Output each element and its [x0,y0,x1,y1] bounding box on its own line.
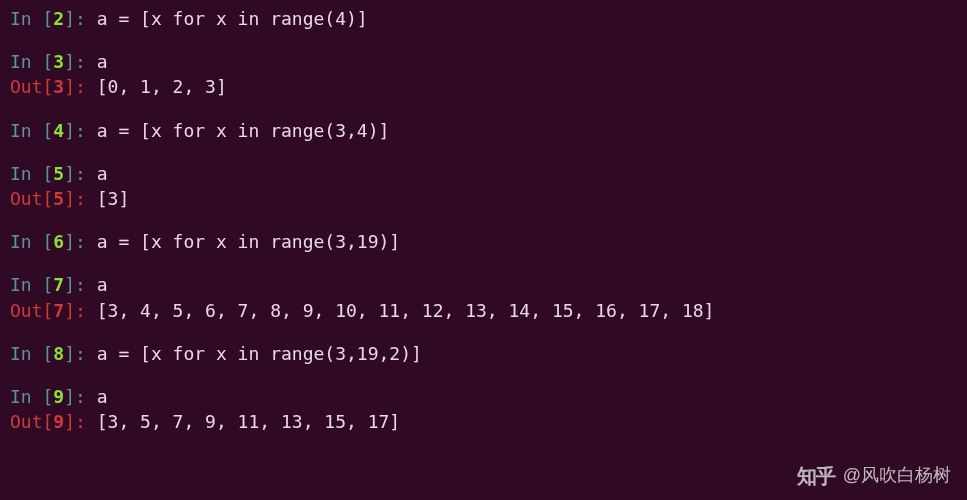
output-value: [3, 4, 5, 6, 7, 8, 9, 10, 11, 12, 13, 14… [97,300,715,321]
in-prompt-bracket: ] [64,8,75,29]
cell-6: In [6]: a = [x for x in range(3,19)] [10,229,957,254]
cell-8: In [8]: a = [x for x in range(3,19,2)] [10,341,957,366]
out-prompt-number: 3 [53,76,64,97]
out-prompt-bracket: ] [64,300,75,321]
input-line: In [6]: a = [x for x in range(3,19)] [10,229,957,254]
in-prompt-bracket: [ [43,163,54,184]
in-prompt-colon: : [75,386,97,407]
output-line: Out[3]: [0, 1, 2, 3] [10,74,957,99]
in-prompt-label: In [10,51,43,72]
out-prompt-bracket: ] [64,411,75,432]
input-line: In [5]: a [10,161,957,186]
watermark-text: @风吹白杨树 [843,463,951,488]
output-value: [3, 5, 7, 9, 11, 13, 15, 17] [97,411,400,432]
output-line: Out[7]: [3, 4, 5, 6, 7, 8, 9, 10, 11, 12… [10,298,957,323]
out-prompt-number: 9 [53,411,64,432]
input-code: a = [x for x in range(3,19)] [97,231,400,252]
in-prompt-number: 2 [53,8,64,29]
out-prompt-number: 5 [53,188,64,209]
in-prompt-number: 7 [53,274,64,295]
out-prompt-bracket: [ [43,76,54,97]
in-prompt-label: In [10,163,43,184]
in-prompt-bracket: [ [43,231,54,252]
input-line: In [8]: a = [x for x in range(3,19,2)] [10,341,957,366]
out-prompt-bracket: [ [43,300,54,321]
out-prompt-colon: : [75,188,97,209]
in-prompt-colon: : [75,274,97,295]
in-prompt-colon: : [75,231,97,252]
input-line: In [7]: a [10,272,957,297]
input-code: a [97,386,108,407]
cell-9: In [9]: aOut[9]: [3, 5, 7, 9, 11, 13, 15… [10,384,957,434]
cell-7: In [7]: aOut[7]: [3, 4, 5, 6, 7, 8, 9, 1… [10,272,957,322]
out-prompt-colon: : [75,300,97,321]
out-prompt-colon: : [75,411,97,432]
cell-5: In [5]: aOut[5]: [3] [10,161,957,211]
output-value: [0, 1, 2, 3] [97,76,227,97]
out-prompt-number: 7 [53,300,64,321]
watermark: 知乎 @风吹白杨树 [797,462,951,490]
in-prompt-colon: : [75,120,97,141]
input-code: a [97,274,108,295]
in-prompt-colon: : [75,163,97,184]
in-prompt-number: 9 [53,386,64,407]
in-prompt-bracket: ] [64,120,75,141]
input-line: In [3]: a [10,49,957,74]
input-code: a = [x for x in range(4)] [97,8,368,29]
out-prompt-label: Out [10,300,43,321]
in-prompt-number: 8 [53,343,64,364]
in-prompt-label: In [10,386,43,407]
output-value: [3] [97,188,130,209]
in-prompt-bracket: ] [64,51,75,72]
in-prompt-label: In [10,120,43,141]
in-prompt-colon: : [75,8,97,29]
in-prompt-bracket: [ [43,51,54,72]
out-prompt-bracket: ] [64,76,75,97]
in-prompt-colon: : [75,51,97,72]
in-prompt-bracket: [ [43,120,54,141]
in-prompt-bracket: ] [64,274,75,295]
input-line: In [4]: a = [x for x in range(3,4)] [10,118,957,143]
in-prompt-bracket: ] [64,386,75,407]
input-code: a [97,51,108,72]
cell-4: In [4]: a = [x for x in range(3,4)] [10,118,957,143]
terminal-content: In [2]: a = [x for x in range(4)]In [3]:… [10,6,957,434]
in-prompt-label: In [10,231,43,252]
out-prompt-bracket: [ [43,411,54,432]
input-code: a = [x for x in range(3,4)] [97,120,390,141]
in-prompt-number: 3 [53,51,64,72]
out-prompt-label: Out [10,411,43,432]
cell-2: In [2]: a = [x for x in range(4)] [10,6,957,31]
output-line: Out[9]: [3, 5, 7, 9, 11, 13, 15, 17] [10,409,957,434]
out-prompt-bracket: ] [64,188,75,209]
in-prompt-number: 6 [53,231,64,252]
out-prompt-label: Out [10,188,43,209]
in-prompt-bracket: [ [43,386,54,407]
in-prompt-bracket: ] [64,343,75,364]
input-line: In [2]: a = [x for x in range(4)] [10,6,957,31]
input-code: a = [x for x in range(3,19,2)] [97,343,422,364]
input-code: a [97,163,108,184]
output-line: Out[5]: [3] [10,186,957,211]
in-prompt-colon: : [75,343,97,364]
in-prompt-bracket: [ [43,8,54,29]
in-prompt-bracket: ] [64,163,75,184]
cell-3: In [3]: aOut[3]: [0, 1, 2, 3] [10,49,957,99]
in-prompt-number: 5 [53,163,64,184]
in-prompt-bracket: ] [64,231,75,252]
input-line: In [9]: a [10,384,957,409]
in-prompt-label: In [10,8,43,29]
zhihu-logo-icon: 知乎 [797,462,835,490]
in-prompt-bracket: [ [43,343,54,364]
in-prompt-bracket: [ [43,274,54,295]
in-prompt-label: In [10,343,43,364]
in-prompt-number: 4 [53,120,64,141]
in-prompt-label: In [10,274,43,295]
out-prompt-colon: : [75,76,97,97]
out-prompt-label: Out [10,76,43,97]
out-prompt-bracket: [ [43,188,54,209]
